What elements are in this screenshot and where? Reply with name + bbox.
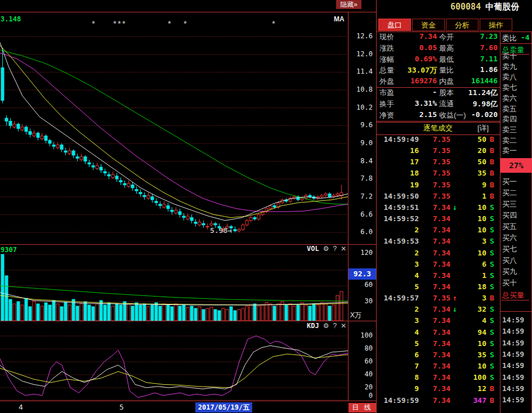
time-entry: 14:59 (502, 350, 524, 358)
trade-row: 14:59:597.34347B (376, 396, 500, 407)
trade-volume: 50 (459, 135, 486, 143)
buy-level-10[interactable]: 买十 (502, 278, 517, 288)
trade-row: 77.3410S (376, 362, 500, 373)
trade-side: S (490, 249, 494, 257)
event-star-marker: * (272, 19, 275, 28)
divider (376, 121, 500, 122)
divider (0, 12, 376, 12)
trade-row: 14:59:507.351B (376, 192, 500, 203)
divider (376, 134, 500, 135)
trade-side: B (490, 294, 494, 302)
hide-panel-button[interactable]: 隐藏» (336, 0, 361, 9)
trade-row: 14:59:577.35↑3B (376, 294, 500, 305)
trade-volume: 32 (459, 305, 486, 313)
trade-volume: 10 (459, 214, 486, 223)
tab-盘口[interactable]: 盘口 (378, 19, 411, 31)
trade-volume: 10 (459, 362, 486, 370)
period-selector-daily[interactable]: 日 线 (348, 403, 376, 412)
trade-time: 14:59:49 (378, 135, 419, 143)
trade-price: 7.34 (424, 373, 450, 381)
trading-terminal: 隐藏» MA 3.148 ******* 12.612.011.410.810.… (0, 0, 532, 413)
x-axis-month-5: 5 (119, 403, 124, 411)
trade-side: S (490, 226, 494, 234)
trade-price: 7.35 (424, 192, 450, 200)
sell-level-2[interactable]: 卖二 (502, 136, 517, 146)
trade-volume: 18 (459, 282, 486, 291)
trade-volume: 4 (459, 316, 486, 325)
sell-level-1[interactable]: 卖一 (502, 146, 517, 156)
volume-tick: 30 (348, 297, 373, 305)
divider (500, 43, 532, 44)
quote-label: 最低 (439, 55, 454, 65)
ma-line-yellow (0, 46, 348, 218)
trade-row: 187.3535B (376, 169, 500, 180)
quote-row: 净资2.15收益(一)-0.020 (376, 110, 500, 122)
divider (376, 122, 500, 123)
quote-label: 最高 (439, 43, 454, 53)
kdj-tick: 80 (348, 344, 373, 352)
trade-price: 7.35 (424, 158, 450, 166)
sell-level-7[interactable]: 卖七 (502, 83, 517, 93)
sell-level-10[interactable]: 卖十 (502, 51, 517, 61)
trade-row: 27.34↓32S (376, 305, 500, 316)
divider (0, 401, 376, 401)
quote-value: 0.69% (399, 55, 437, 63)
tab-资金[interactable]: 资金 (412, 19, 445, 31)
ma-line-magenta (0, 53, 348, 212)
sell-level-3[interactable]: 卖三 (502, 125, 517, 135)
sell-level-5[interactable]: 卖五 (502, 104, 517, 114)
trade-volume: 1 (459, 192, 486, 200)
sell-level-6[interactable]: 卖六 (502, 93, 517, 104)
trade-price: 7.34 (424, 396, 450, 405)
buy-level-6[interactable]: 买六 (502, 233, 517, 243)
quote-row: 市盈-股本11.24亿 (376, 88, 500, 99)
sell-level-9[interactable]: 卖九 (502, 62, 517, 72)
trade-time: 9 (378, 384, 419, 393)
tab-分析[interactable]: 分析 (446, 19, 479, 31)
time-entry: 14:59 (502, 396, 524, 404)
trade-time: 2 (378, 249, 419, 257)
event-star-marker: * (92, 19, 95, 28)
trade-row: 37.346S (376, 260, 500, 271)
trade-time: 7 (378, 362, 419, 370)
volume-value-badge: 92.3 (348, 268, 376, 280)
quote-label: 净资 (379, 110, 394, 120)
sell-level-8[interactable]: 卖八 (502, 72, 517, 82)
trade-volume: 347 (459, 396, 486, 405)
kdj-chart[interactable] (0, 321, 348, 401)
buy-level-5[interactable]: 买五 (502, 222, 517, 232)
trade-price: 7.35 (424, 294, 450, 302)
volume-tick: 120 (348, 249, 373, 257)
buy-level-4[interactable]: 买四 (502, 210, 517, 221)
quote-row: 现价7.34今开7.23 (376, 32, 500, 43)
trade-volume: 12 (459, 384, 486, 393)
quote-row: 外盘169276内盘161446 (376, 77, 500, 88)
trade-price: 7.34 (424, 214, 450, 223)
divider (376, 87, 500, 88)
buy-level-1[interactable]: 买一 (502, 177, 517, 187)
price-tick: 11.4 (348, 68, 373, 75)
candlestick-chart[interactable] (0, 12, 348, 244)
tick-detail-link[interactable]: [详] (477, 123, 489, 133)
trade-price: 7.34 (424, 384, 450, 393)
sell-level-4[interactable]: 卖四 (502, 114, 517, 124)
time-entry: 14:59 (502, 327, 524, 335)
event-star-marker: * (113, 19, 117, 28)
tab-操作[interactable]: 操作 (480, 19, 512, 31)
quote-row: 换手3.31%流通9.98亿 (376, 99, 500, 110)
quote-value: 169276 (399, 77, 437, 85)
buy-level-3[interactable]: 买三 (502, 199, 517, 209)
buy-level-8[interactable]: 买八 (502, 255, 517, 266)
price-tick: 6.6 (348, 210, 373, 218)
price-tick: 9.6 (348, 121, 373, 129)
trade-price: 7.34 (424, 339, 450, 348)
buy-level-2[interactable]: 买二 (502, 188, 517, 198)
buy-level-7[interactable]: 买七 (502, 244, 517, 254)
volume-chart[interactable] (0, 244, 348, 321)
ma-line-white (0, 43, 348, 221)
total-buy-label[interactable]: 总买量 (502, 290, 524, 300)
trade-side: B (490, 135, 494, 143)
buy-level-9[interactable]: 买九 (502, 267, 517, 277)
event-star-marker: * (184, 19, 187, 28)
trade-price: 7.34 (424, 316, 450, 325)
